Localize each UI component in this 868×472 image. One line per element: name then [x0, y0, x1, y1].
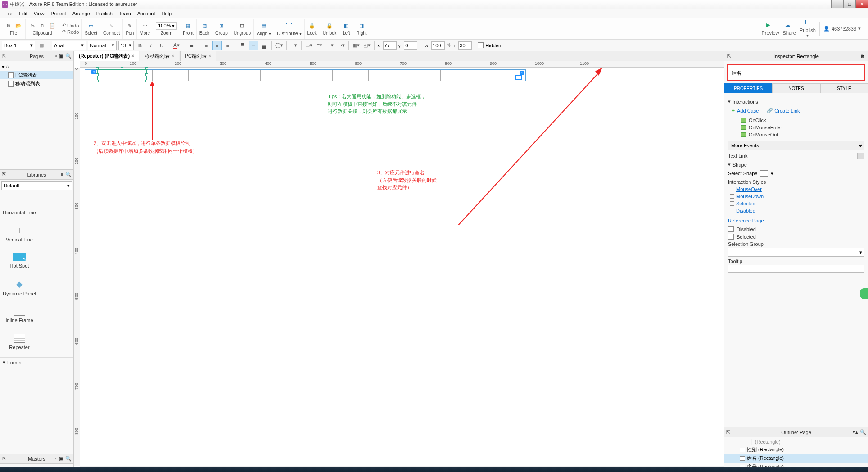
add-master-folder-icon[interactable]: ▣ [59, 456, 63, 462]
library-select[interactable]: Default▾ [1, 181, 72, 190]
menu-project[interactable]: Project [48, 10, 68, 17]
group-icon[interactable]: ⊞ [217, 22, 226, 30]
lib-repeater[interactable]: Repeater [2, 328, 37, 355]
shape-swatch[interactable] [760, 170, 768, 177]
outline-row[interactable]: 性别 (Rectangle) [724, 445, 868, 454]
border-color-button[interactable]: ▭▾ [304, 41, 313, 50]
close-icon[interactable]: × [131, 54, 134, 59]
redo-button[interactable]: ↷ Redo [62, 29, 79, 35]
add-page-icon[interactable]: ▫ [55, 53, 57, 59]
paste-icon[interactable]: 📋 [48, 22, 56, 30]
canvas[interactable]: 2 1 2、双击进入中继器，进行单条数据模板绘制 （后续数据库中增加多条数据应用… [80, 68, 724, 466]
selection-handles[interactable] [97, 68, 147, 81]
page-node-root[interactable]: ▾ ⌂ [0, 63, 73, 71]
bold-button[interactable]: B [136, 41, 145, 50]
share-button[interactable]: ☁Share [783, 22, 796, 36]
text-link-button[interactable] [857, 153, 864, 159]
menu-arrange[interactable]: Arrange [70, 10, 93, 17]
page-node-pc[interactable]: PC端列表 [0, 71, 73, 79]
corner-radius-button[interactable]: ◰▾ [362, 41, 371, 50]
style-mouseover[interactable]: MouseOver [728, 186, 864, 193]
search-icon[interactable]: 🔍 [65, 53, 72, 59]
lib-hot-spot[interactable]: ↖Hot Spot [2, 247, 37, 274]
style-mousedown[interactable]: MouseDown [728, 193, 864, 200]
undo-button[interactable]: ↶ Undo [62, 23, 79, 28]
border-style-button[interactable]: ┄▾ [326, 41, 335, 50]
menu-view[interactable]: View [31, 10, 47, 17]
pen-icon[interactable]: ✎ [126, 22, 134, 30]
outline-row-selected[interactable]: 姓名 (Rectangle) [724, 454, 868, 463]
style-selected[interactable]: Selected [728, 200, 864, 207]
shape-style-icon[interactable]: ▤ [37, 41, 46, 50]
menu-publish[interactable]: Publish [94, 10, 115, 17]
lock-icon[interactable]: 🔒 [308, 22, 316, 30]
front-icon[interactable]: ▦ [184, 22, 192, 30]
menu-account[interactable]: Account [135, 10, 158, 17]
zoom-value[interactable]: 100% ▾ [156, 22, 177, 30]
lib-menu-icon[interactable]: ≡ [61, 172, 63, 177]
selected-checkbox[interactable] [728, 234, 734, 240]
disabled-checkbox[interactable] [728, 226, 734, 232]
unlock-icon[interactable]: 🔓 [326, 22, 334, 30]
close-icon[interactable]: × [208, 54, 211, 59]
underline-button[interactable]: U [157, 41, 166, 50]
menu-file[interactable]: File [2, 10, 15, 17]
lib-category-forms[interactable]: ▾ Forms [0, 357, 73, 367]
lib-inline-frame[interactable]: Inline Frame [2, 301, 37, 328]
event-onmouseenter[interactable]: OnMouseEnter [728, 124, 864, 131]
border-vis-button[interactable]: ▦▾ [352, 41, 361, 50]
font-size-combo[interactable]: 13▾ [118, 41, 134, 50]
h-input[interactable] [458, 41, 472, 50]
preview-button[interactable]: ▶Preview [761, 22, 779, 36]
lock-aspect-icon[interactable]: ⇅ [447, 42, 451, 48]
align-left-button[interactable]: ≡ [202, 41, 211, 50]
window-maximize-button[interactable]: □ [843, 0, 856, 8]
new-file-icon[interactable]: 🗎 [5, 22, 13, 30]
select-icon[interactable]: ▭ [87, 22, 95, 30]
widget-name-input[interactable]: 姓名 [727, 64, 865, 81]
tab-notes[interactable]: NOTES [772, 83, 820, 93]
create-link-link[interactable]: 🔗Create Link [767, 107, 800, 114]
window-minimize-button[interactable]: — [831, 0, 844, 8]
add-master-icon[interactable]: ▫ [55, 456, 57, 462]
pin-icon[interactable]: ⇱ [727, 53, 731, 59]
shape-dropdown-icon[interactable]: ▾ [771, 171, 773, 177]
more-icon[interactable]: ⋯ [141, 22, 149, 30]
add-case-link[interactable]: ＋Add Case [731, 107, 759, 114]
y-input[interactable] [404, 41, 417, 50]
valign-middle-button[interactable]: ━ [249, 41, 258, 50]
align-center-button[interactable]: ≡ [212, 41, 222, 50]
reference-page-link[interactable]: Reference Page [728, 217, 864, 224]
fill-color-button[interactable]: ◯▾ [275, 41, 284, 50]
align-right-button[interactable]: ≡ [223, 41, 232, 50]
publish-button[interactable]: ⬇Publish ▾ [800, 19, 816, 38]
open-file-icon[interactable]: 📂 [14, 22, 23, 30]
border-width-button[interactable]: ≡▾ [315, 41, 324, 50]
font-weight-combo[interactable]: Normal▾ [88, 41, 117, 50]
menu-team[interactable]: Team [116, 10, 134, 17]
tooltip-input[interactable] [728, 265, 864, 273]
menu-help[interactable]: Help [159, 10, 175, 17]
text-color-button[interactable]: A▾ [172, 41, 181, 50]
copy-icon[interactable]: ⧉ [38, 22, 46, 30]
window-close-button[interactable]: ✕ [855, 0, 868, 8]
search-icon[interactable]: 🔍 [65, 172, 72, 177]
selection-group-combo[interactable]: ▾ [728, 248, 864, 257]
page-icon[interactable]: 🗎 [860, 54, 865, 59]
back-icon[interactable]: ▧ [200, 22, 208, 30]
valign-bottom-button[interactable]: ▄ [260, 41, 269, 50]
font-combo[interactable]: Arial▾ [52, 41, 86, 50]
outline-row[interactable]: ├ (Rectangle) [724, 438, 868, 445]
user-account[interactable]: 👤 463732836 ▾ [823, 26, 861, 32]
event-onmouseout[interactable]: OnMouseOut [728, 131, 864, 138]
tab-style[interactable]: STYLE [820, 83, 868, 93]
align-icon[interactable]: ▤ [260, 22, 268, 30]
valign-top-button[interactable]: ▀ [238, 41, 247, 50]
lib-vertical-line[interactable]: |Vertical Line [2, 220, 37, 247]
pin-icon[interactable]: ⇱ [726, 429, 730, 435]
distribute-icon[interactable]: ⋮⋮ [285, 22, 293, 30]
shape-section[interactable]: ▾ Shape [728, 162, 864, 168]
style-disabled[interactable]: Disabled [728, 207, 864, 214]
menu-edit[interactable]: Edit [16, 10, 30, 17]
pin-icon[interactable]: ⇱ [2, 53, 6, 59]
